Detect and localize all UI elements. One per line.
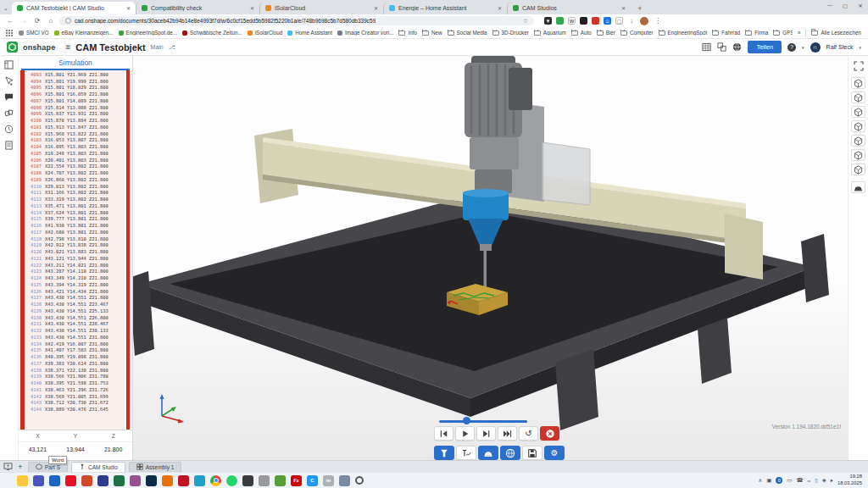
bookmark-item[interactable]: Computer [620, 30, 654, 36]
tray-icon[interactable]: ▭ [787, 477, 792, 484]
taskbar-icon-file-explorer[interactable] [17, 475, 28, 486]
tab-assembly[interactable]: Assembly 1 [129, 462, 182, 472]
tray-icon[interactable]: ∧ [758, 477, 762, 484]
tab-close-icon[interactable]: ✕ [621, 5, 626, 11]
save-snapshot-button[interactable] [522, 446, 542, 460]
extension-grid[interactable] [556, 17, 564, 25]
tab-close-icon[interactable]: ✕ [126, 5, 131, 11]
apps-grid-icon[interactable] [5, 29, 14, 37]
tab-search-icon[interactable]: ⌄ [0, 3, 12, 14]
browser-profile-avatar[interactable] [640, 17, 648, 25]
tray-icon[interactable]: ◈ [822, 477, 826, 484]
window-maximize-button[interactable]: ▢ [837, 0, 853, 10]
extension-wikipedia[interactable]: W [568, 17, 576, 25]
taskbar-icon-start[interactable] [3, 476, 12, 485]
view-cube-icon[interactable] [851, 120, 865, 132]
user-name[interactable]: Ralf Steck [826, 44, 854, 50]
3d-viewport[interactable]: Version 1.194.1820.dd51e1f ↺ [133, 56, 848, 460]
forward-button[interactable]: → [19, 17, 29, 25]
help-caret-icon[interactable]: ▾ [802, 45, 804, 50]
browser-tab[interactable]: CAM Studios✕ [507, 2, 631, 14]
extension-outline[interactable]: ▢ [615, 17, 623, 25]
bookmark-item[interactable]: Fahrrad [712, 30, 740, 36]
follow-mode-icon[interactable] [4, 76, 14, 86]
taskbar-icon-photoshop[interactable] [146, 475, 157, 486]
bookmark-item[interactable]: EngineeringSpot.de... [119, 30, 178, 36]
extension-v[interactable]: ▼ [544, 17, 552, 25]
home-button[interactable]: ⌂ [46, 17, 56, 25]
taskbar-icon-teams[interactable] [33, 475, 44, 486]
taskbar-icon-app-red-flower[interactable] [65, 475, 76, 486]
extension-blue[interactable]: ☺ [604, 17, 611, 25]
reload-button[interactable]: ⟳ [32, 17, 42, 25]
globe-icon[interactable] [732, 42, 742, 52]
browser-tab[interactable]: Energie – Home Assistant✕ [383, 2, 507, 14]
properties-icon[interactable] [4, 141, 14, 150]
branch-icon[interactable]: ⎇ [169, 44, 175, 51]
tray-icon[interactable]: ▣ [766, 477, 771, 484]
bookmark-item[interactable]: iSolarCloud [248, 30, 283, 36]
taskbar-icon-whatsapp[interactable] [226, 475, 237, 486]
spreadsheet-icon[interactable] [702, 42, 711, 52]
bookmark-item[interactable]: Social Media [448, 30, 487, 36]
taskbar-icon-powerpoint[interactable] [81, 475, 92, 486]
fullscreen-icon[interactable] [854, 61, 864, 71]
taskbar-icon-app-compass[interactable] [355, 476, 364, 485]
document-menu-icon[interactable]: ≡ [65, 42, 70, 52]
tab-close-icon[interactable]: ✕ [374, 5, 378, 11]
simulation-settings-button[interactable]: ⚙ [544, 446, 565, 460]
url-bar[interactable]: cad.onshape.com/documents/30aceb42b94b14… [59, 16, 534, 25]
skip-to-start-button[interactable] [434, 426, 453, 441]
tab-cam-studio[interactable]: CAM Studio [71, 462, 125, 472]
step-forward-button[interactable] [476, 426, 496, 441]
user-menu-caret-icon[interactable]: ▾ [859, 45, 861, 50]
workspace-name[interactable]: Main [151, 44, 164, 50]
taskbar-icon-app-m[interactable]: m [323, 475, 334, 486]
extension-red[interactable] [592, 17, 599, 25]
bookmark-item[interactable]: New [422, 30, 442, 36]
taskbar-icon-affinity[interactable] [194, 475, 205, 486]
history-icon[interactable] [4, 125, 14, 134]
bookmark-item[interactable]: Bier [597, 30, 615, 36]
taskbar-icon-filezilla[interactable]: Fz [291, 475, 302, 486]
gcode-list[interactable]: 4093X15.801 Y21.969 Z21.8004094X15.801 Y… [19, 70, 132, 430]
browser-tab[interactable]: Compatibility check✕ [136, 2, 259, 14]
taskbar-icon-excel[interactable] [114, 475, 125, 486]
bookmark-item[interactable]: EngineeringSpot [659, 30, 708, 36]
panels-icon[interactable] [4, 60, 14, 69]
tray-icon[interactable]: ▯ [815, 477, 818, 484]
bookmark-item[interactable]: GPS Navi [773, 30, 793, 36]
taskbar-clock[interactable]: 19:28 18.03.2025 [837, 474, 862, 486]
bookmarks-overflow-icon[interactable]: » [798, 30, 801, 36]
taskbar-icon-app-swirl[interactable] [339, 475, 350, 486]
taskbar-icon-chrome[interactable] [210, 475, 221, 486]
share-button[interactable]: Teilen [748, 41, 782, 53]
bookmark-star-icon[interactable]: ☆ [523, 18, 528, 25]
view-cube-icon[interactable] [851, 106, 865, 118]
taskbar-icon-app-orange[interactable] [162, 475, 173, 486]
tab-close-icon[interactable]: ✕ [498, 5, 502, 11]
tray-icon[interactable]: ≈ [808, 478, 811, 484]
bookmark-item[interactable]: Image Creator von... [337, 30, 393, 36]
cnc-machine-rendering[interactable] [133, 56, 848, 460]
show-toolpath-toggle[interactable] [456, 446, 476, 460]
onshape-logo-icon[interactable] [7, 42, 18, 53]
stop-simulation-button[interactable] [540, 426, 559, 441]
extension-dark[interactable] [580, 17, 587, 25]
view-cube-icon[interactable] [851, 92, 865, 103]
taskbar-icon-app-c[interactable]: C [307, 475, 318, 486]
screen-share-icon[interactable] [3, 463, 13, 470]
bookmark-item[interactable]: SMCI VO [19, 30, 49, 36]
browser-menu-icon[interactable]: ⋮ [654, 17, 661, 25]
back-button[interactable]: ← [5, 17, 15, 25]
help-button[interactable]: ? [787, 43, 796, 52]
view-cube-icon[interactable] [851, 149, 865, 161]
bookmark-item[interactable]: Auto [571, 30, 592, 36]
play-button[interactable] [455, 426, 475, 441]
tray-icon[interactable]: ☎ [796, 477, 803, 484]
taskbar-icon-app-dark-red[interactable] [178, 475, 189, 486]
taskbar-icon-app-gray[interactable] [259, 475, 270, 486]
gcode-scrollbar[interactable] [126, 70, 131, 430]
tray-notification-badge[interactable]: 0 [776, 477, 782, 484]
user-avatar[interactable]: ∩ [810, 42, 821, 53]
